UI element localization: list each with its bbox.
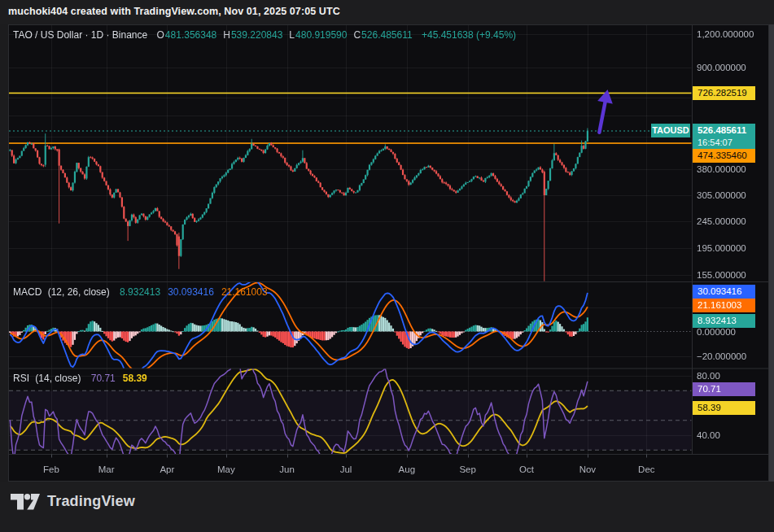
price-axis-tick: 380.000000 bbox=[697, 164, 746, 175]
macd-signal-value-badge: 21.161003 bbox=[693, 299, 755, 312]
resistance-price-badge: 726.282519 bbox=[693, 86, 755, 100]
time-axis-month-label: Dec bbox=[638, 464, 654, 475]
rsi-title: RSI bbox=[13, 373, 29, 384]
macd-params: (12, 26, close) bbox=[48, 286, 110, 298]
macd-legend[interactable]: MACD (12, 26, close) 8.93241330.09341621… bbox=[13, 286, 268, 298]
ohlc-letter: L bbox=[289, 29, 295, 41]
price-axis-tick: 195.000000 bbox=[697, 242, 746, 254]
time-axis-month-label: May bbox=[217, 464, 235, 475]
ohlc-letter: O bbox=[157, 29, 164, 41]
time-axis-month-label: Oct bbox=[519, 464, 534, 475]
price-chart-canvas[interactable] bbox=[0, 0, 774, 532]
time-axis-month-label: Nov bbox=[579, 464, 596, 475]
symbol-label-badge: TAOUSD bbox=[651, 124, 690, 137]
rsi-params: (14, close) bbox=[35, 373, 81, 384]
rsi-ma-value-badge: 58.39 bbox=[693, 401, 755, 415]
ohlc-values: O481.356348H539.220843L480.919590C526.48… bbox=[151, 29, 413, 41]
price-axis-tick: 245.000000 bbox=[697, 216, 746, 227]
watermark-text: muchoki404 created with TradingView.com,… bbox=[8, 6, 340, 17]
indicator-value: 21.161003 bbox=[221, 286, 268, 298]
macd-axis-tick: −20.000000 bbox=[697, 351, 746, 362]
ohlc-value: 539.220843 bbox=[231, 29, 282, 41]
footer-bar: TradingView bbox=[0, 482, 774, 532]
main-legend[interactable]: TAO / US Dollar · 1D · Binance O481.3563… bbox=[13, 29, 516, 41]
indicator-value: 8.932413 bbox=[120, 286, 160, 298]
tradingview-chart-screenshot: muchoki404 created with TradingView.com,… bbox=[0, 0, 774, 532]
macd-title: MACD bbox=[13, 286, 42, 298]
indicator-value: 70.71 bbox=[91, 373, 116, 384]
indicator-value: 58.39 bbox=[123, 373, 147, 384]
bar-countdown: 16:54:07 bbox=[697, 137, 755, 148]
macd-legend-values: 8.93241330.09341621.161003 bbox=[112, 286, 268, 298]
last-price-value: 526.485611 bbox=[697, 124, 755, 137]
price-axis-tick: 900.000000 bbox=[697, 62, 746, 73]
ohlc-value: 526.485611 bbox=[361, 29, 413, 41]
symbol-title[interactable]: TAO / US Dollar · 1D · Binance bbox=[13, 29, 147, 41]
window-edge-strip bbox=[769, 24, 774, 482]
ohlc-letter: C bbox=[353, 29, 361, 41]
price-axis-tick: 155.000000 bbox=[697, 269, 746, 281]
time-axis-month-label: Mar bbox=[98, 464, 115, 475]
indicator-value: 30.093416 bbox=[168, 286, 214, 298]
rsi-legend[interactable]: RSI (14, close) 70.7158.39 bbox=[13, 373, 147, 384]
time-axis-month-label: Apr bbox=[160, 464, 174, 475]
macd-axis-tick: 0.000000 bbox=[697, 326, 736, 338]
ohlc-value: 480.919590 bbox=[295, 29, 347, 41]
ohlc-letter: H bbox=[223, 29, 230, 41]
time-scale-axis[interactable] bbox=[8, 455, 769, 482]
rsi-axis-tick: 40.00 bbox=[697, 430, 720, 441]
rsi-axis-tick: 80.00 bbox=[697, 370, 720, 382]
tradingview-logo-text: TradingView bbox=[47, 493, 135, 510]
watermark-bar: muchoki404 created with TradingView.com,… bbox=[0, 0, 774, 24]
change-value: +45.451638 (+9.45%) bbox=[422, 29, 516, 41]
rsi-legend-values: 70.7158.39 bbox=[84, 373, 147, 384]
support-price-badge: 474.335460 bbox=[693, 149, 755, 163]
price-axis-tick: 305.000000 bbox=[697, 190, 746, 201]
tradingview-logo[interactable]: TradingView bbox=[11, 493, 135, 510]
time-axis-month-label: Sep bbox=[459, 464, 475, 475]
macd-line-value-badge: 30.093416 bbox=[693, 285, 755, 299]
time-axis-month-label: Jul bbox=[340, 464, 352, 475]
price-axis-tick: 1,200.000000 bbox=[697, 28, 754, 40]
macd-hist-value-badge: 8.932413 bbox=[693, 314, 755, 328]
rsi-value-badge: 70.71 bbox=[693, 382, 755, 396]
tradingview-logo-icon bbox=[11, 494, 40, 510]
last-price-badge: 526.485611 16:54:07 bbox=[693, 124, 755, 149]
time-axis-month-label: Feb bbox=[43, 464, 59, 475]
ohlc-value: 481.356348 bbox=[165, 29, 216, 41]
time-axis-month-label: Aug bbox=[399, 464, 415, 475]
time-axis-month-label: Jun bbox=[279, 464, 295, 475]
